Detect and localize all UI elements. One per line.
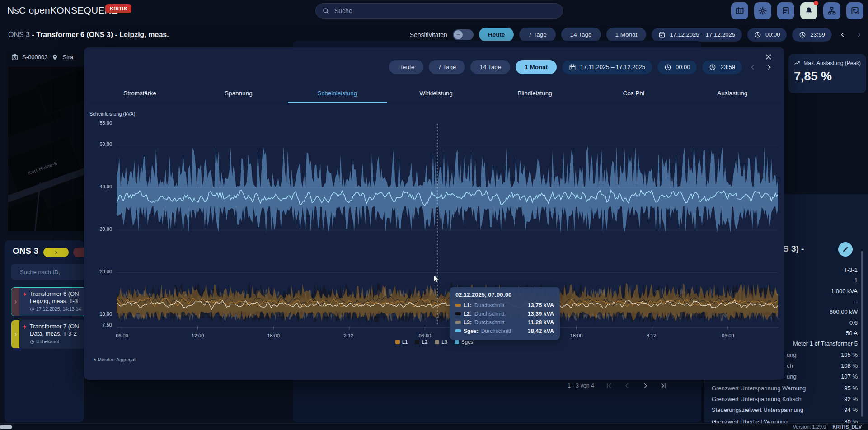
range-button-7-tage[interactable]: 7 Tage	[429, 60, 465, 74]
topbar-button-bell[interactable]	[800, 2, 817, 19]
pagination-buttons	[605, 382, 667, 390]
clock-icon	[30, 340, 34, 344]
sensitivity-toggle[interactable]	[453, 29, 474, 40]
range-button-1-monat[interactable]: 1 Monat	[516, 60, 557, 74]
global-search[interactable]	[315, 3, 563, 19]
detail-label-fragment: ung	[787, 373, 797, 380]
time-to-value: 23:59	[810, 31, 825, 38]
legend-item-l3[interactable]: L3	[435, 339, 447, 345]
detail-value: --	[854, 298, 858, 305]
item-body: Transformer 7 (ONData, meas. T-3-2Unbeka…	[19, 320, 84, 348]
time-from-chip[interactable]: 00:00	[747, 28, 787, 42]
legend-swatch	[455, 340, 459, 344]
y-tick-label: 7,50	[84, 322, 112, 327]
range-button-1-monat[interactable]: 1 Monat	[606, 28, 647, 42]
y-tick-label: 50,00	[84, 141, 112, 147]
legend-swatch	[415, 340, 419, 344]
item-timestamp: Unbekannt	[30, 338, 79, 346]
topbar-button-sitemap[interactable]	[823, 2, 840, 19]
search-icon	[322, 7, 329, 14]
range-button-7-tage[interactable]: 7 Tage	[519, 28, 555, 42]
prev-page-icon[interactable]	[623, 382, 631, 390]
lightning-icon	[22, 291, 28, 297]
series-name: L2:	[464, 311, 472, 317]
tab-wirkleistung[interactable]: Wirkleistung	[387, 84, 486, 103]
modal-time-to-chip[interactable]: 23:59	[702, 61, 742, 74]
detail-label-fragment: ung	[787, 351, 797, 358]
item-strip	[11, 288, 19, 316]
horizontal-scrollbar-thumb[interactable]	[0, 425, 12, 429]
x-tick-label: 18:00	[261, 333, 286, 338]
modal-time-from-chip[interactable]: 00:00	[657, 61, 697, 74]
legend-label: Sges	[461, 339, 473, 345]
limit-label: Grenzwert Unterspannung Kritisch	[712, 396, 802, 402]
x-tick-label: 06:00	[412, 333, 437, 338]
range-button-14-tage[interactable]: 14 Tage	[561, 28, 601, 42]
tooltip-rows: L1:Durchschnitt13,75 kVAL2:Durchschnitt1…	[455, 301, 554, 335]
modal-time-from-value: 00:00	[676, 64, 690, 70]
transformer-search[interactable]	[11, 264, 84, 280]
sensitivity-label: Sensitivitäten	[410, 31, 447, 38]
trending-up-icon	[794, 60, 800, 67]
chevron-right-icon	[53, 250, 59, 255]
modal-next-period-button[interactable]	[764, 62, 774, 73]
prev-period-button[interactable]	[837, 29, 848, 40]
tooltip-row: L3:Durchschnitt11,28 kVA	[455, 318, 554, 327]
limit-label: Grenzwert Unterspannung Warnung	[712, 385, 806, 392]
ons-status-badge-maroon[interactable]	[73, 248, 84, 257]
last-page-icon[interactable]	[659, 382, 667, 390]
series-value: 38,42 kVA	[528, 328, 554, 334]
topbar-button-tasks[interactable]	[846, 2, 863, 19]
status-bar: Version: 1.29.0 KRITIS_DEV	[0, 423, 868, 430]
kritis-badge: KRITIS	[105, 4, 131, 13]
modal-date-range-chip[interactable]: 17.11.2025 – 17.12.2025	[562, 61, 652, 74]
tab-blindleistung[interactable]: Blindleistung	[485, 84, 584, 103]
topbar-button-notes[interactable]	[777, 2, 794, 19]
first-page-icon[interactable]	[605, 382, 613, 390]
legend-item-l1[interactable]: L1	[395, 339, 408, 345]
chart-tooltip: 02.12.2025, 07:00:00 L1:Durchschnitt13,7…	[450, 287, 560, 340]
edit-button[interactable]	[838, 242, 853, 257]
search-input[interactable]	[333, 7, 556, 15]
x-tick-label: 2.12.	[337, 333, 362, 338]
y-tick-label: 20,00	[84, 269, 112, 274]
series-value: 13,39 kVA	[528, 311, 554, 317]
topbar-button-map[interactable]	[731, 2, 748, 19]
tab-cos-phi[interactable]: Cos Phi	[584, 84, 683, 103]
tab-spannung[interactable]: Spannung	[189, 84, 288, 103]
next-page-icon[interactable]	[641, 382, 649, 390]
ons-status-badge-yellow[interactable]	[43, 248, 69, 257]
legend-item-sges[interactable]: Sges	[455, 339, 473, 345]
tab-stromstärke[interactable]: Stromstärke	[90, 84, 189, 103]
transformer-list-item[interactable]: Transformer 6 (ONLeipzig, meas. T-317.12…	[11, 287, 84, 316]
mini-map[interactable]: Karl-Heine-S	[8, 67, 84, 231]
station-map-panel: S-000003 Stra Karl-Heine-S	[5, 49, 84, 235]
series-swatch	[455, 329, 461, 332]
bell-icon	[804, 6, 813, 15]
tab-auslastung[interactable]: Auslastung	[683, 84, 782, 103]
transformer-list-item[interactable]: Transformer 7 (ONData, meas. T-3-2Unbeka…	[11, 320, 84, 349]
range-button-14-tage[interactable]: 14 Tage	[470, 60, 510, 74]
clock-icon	[754, 31, 761, 38]
next-period-button[interactable]	[854, 29, 864, 40]
date-range-chip[interactable]: 17.12.2025 – 17.12.2025	[652, 28, 742, 42]
range-button-heute[interactable]: Heute	[389, 60, 423, 74]
time-to-chip[interactable]: 23:59	[792, 28, 832, 42]
tab-scheinleistung[interactable]: Scheinleistung	[288, 84, 387, 103]
app-title: NsC openKONSEQUENZ	[7, 5, 117, 16]
x-tick-label: 3.12.	[639, 333, 665, 338]
item-title: Transformer 7 (ON	[30, 323, 79, 330]
transformer-search-input[interactable]	[19, 268, 84, 276]
series-swatch	[455, 312, 461, 315]
range-button-heute[interactable]: Heute	[479, 28, 514, 42]
panel-scrollbar[interactable]	[861, 251, 863, 417]
apparent-power-chart[interactable]	[117, 123, 778, 332]
peak-load-label-row: Max. Auslastung (Peak)	[794, 60, 861, 67]
topbar-button-gear[interactable]	[754, 2, 771, 19]
modal-prev-period-button[interactable]	[747, 62, 758, 73]
legend-item-l2[interactable]: L2	[415, 339, 427, 345]
range-buttons: Heute7 Tage14 Tage1 Monat	[479, 28, 646, 42]
toggle-knob	[454, 30, 463, 39]
chevron-left-icon	[839, 31, 846, 38]
map-icon	[735, 6, 744, 15]
